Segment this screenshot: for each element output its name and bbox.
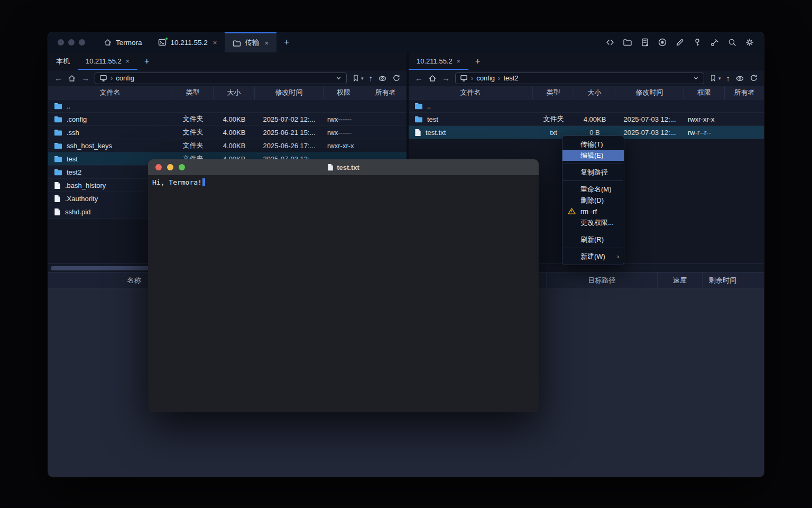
tab-label: Termora xyxy=(116,39,142,47)
left-path-input[interactable]: › config xyxy=(95,72,347,84)
forward-button[interactable]: → xyxy=(81,74,89,82)
table-row[interactable]: .. xyxy=(48,99,407,113)
column-header-perms[interactable]: 权限 xyxy=(324,86,364,99)
code-icon[interactable] xyxy=(605,38,615,47)
column-header-size[interactable]: 大小 xyxy=(574,86,615,99)
menu-separator xyxy=(563,248,623,248)
right-new-tab-button[interactable]: + xyxy=(468,52,487,70)
file-icon xyxy=(54,182,61,189)
key-icon[interactable] xyxy=(693,38,702,47)
left-tab-remote[interactable]: 10.211.55.2 × xyxy=(78,52,137,70)
forward-button[interactable]: → xyxy=(442,74,450,82)
right-tab-remote[interactable]: 10.211.55.2 × xyxy=(409,52,468,70)
window-titlebar[interactable]: Termora 10.211.55.2 × xyxy=(48,32,764,52)
parent-directory-button[interactable]: ↑ xyxy=(726,74,731,82)
table-row[interactable]: .config 文件夹 4.00KB 2025-07-02 12:... rwx… xyxy=(48,113,407,126)
left-table-header: 文件名 类型 大小 修改时间 权限 所有者 xyxy=(48,86,407,99)
tab-transfer[interactable]: 传输 × xyxy=(225,32,276,52)
bookmark-icon xyxy=(352,74,359,82)
back-button[interactable]: ← xyxy=(54,74,62,82)
column-header-owner[interactable]: 所有者 xyxy=(364,86,407,99)
chevron-down-icon[interactable] xyxy=(335,75,342,81)
minimize-window-button[interactable] xyxy=(68,39,75,46)
editor-close-button[interactable] xyxy=(155,164,162,170)
folder-icon xyxy=(54,142,62,149)
tab-label: 10.211.55.2 xyxy=(86,57,122,65)
column-header-filename[interactable]: 文件名 xyxy=(48,86,172,99)
column-header-type[interactable]: 类型 xyxy=(172,86,214,99)
column-header-type[interactable]: 类型 xyxy=(533,86,574,99)
column-header-speed[interactable]: 速度 xyxy=(657,273,702,288)
file-icon xyxy=(54,208,61,216)
left-tab-local[interactable]: 本机 xyxy=(48,52,78,70)
folder-icon xyxy=(414,116,423,123)
close-tab-icon[interactable]: × xyxy=(213,39,217,47)
search-icon[interactable] xyxy=(727,38,737,47)
column-header-remaining-time[interactable]: 剩余时间 xyxy=(702,273,743,288)
record-icon[interactable] xyxy=(658,38,667,47)
column-header-filename[interactable]: 文件名 xyxy=(409,86,533,99)
show-hidden-files-icon[interactable] xyxy=(735,74,744,83)
file-name: .ssh xyxy=(67,129,79,137)
close-tab-icon[interactable]: × xyxy=(457,58,460,65)
keychain-icon[interactable] xyxy=(710,38,719,47)
column-header-mtime[interactable]: 修改时间 xyxy=(615,86,684,99)
menu-item-rename[interactable]: 重命名(M) xyxy=(562,184,624,195)
tab-termora-home[interactable]: Termora xyxy=(96,32,150,52)
settings-icon[interactable] xyxy=(745,38,754,47)
connection-status-dot xyxy=(165,37,168,40)
tab-ssh-session[interactable]: 10.211.55.2 × xyxy=(150,32,225,52)
menu-item-copy-path[interactable]: 复制路径 xyxy=(562,167,624,178)
menu-item-change-permissions[interactable]: 更改权限... xyxy=(562,217,624,228)
editor-zoom-button[interactable] xyxy=(179,164,185,170)
menu-item-rm-rf[interactable]: rm -rf xyxy=(562,206,624,217)
close-tab-icon[interactable]: × xyxy=(264,39,269,47)
back-button[interactable]: ← xyxy=(415,74,423,82)
bookmark-control[interactable]: ▾ xyxy=(709,74,721,82)
breadcrumb-segment[interactable]: config xyxy=(476,74,495,82)
computer-icon xyxy=(460,74,468,82)
left-new-tab-button[interactable]: + xyxy=(137,52,156,70)
breadcrumb-segment[interactable]: test2 xyxy=(503,74,518,82)
menu-item-edit[interactable]: 编辑(E) xyxy=(562,150,624,161)
notes-icon[interactable] xyxy=(640,38,650,47)
zoom-window-button[interactable] xyxy=(79,39,85,46)
editor-text-area[interactable]: Hi, Termora! xyxy=(148,175,539,189)
new-tab-button[interactable]: + xyxy=(276,32,297,52)
home-button[interactable] xyxy=(68,74,76,83)
home-button[interactable] xyxy=(428,74,437,83)
table-row[interactable]: .. xyxy=(409,99,764,113)
tab-label: 传输 xyxy=(245,38,259,48)
bookmark-control[interactable]: ▾ xyxy=(352,74,364,82)
refresh-icon[interactable] xyxy=(750,74,758,82)
right-pathbar: ← → › config › test2 xyxy=(409,70,764,86)
close-window-button[interactable] xyxy=(58,39,64,46)
folder-icon[interactable] xyxy=(623,38,632,47)
menu-item-transfer[interactable]: 传输(T) xyxy=(562,139,624,150)
pencil-icon[interactable] xyxy=(675,38,685,47)
breadcrumb-segment[interactable]: config xyxy=(116,74,134,82)
editor-minimize-button[interactable] xyxy=(167,164,173,170)
table-row[interactable]: test 文件夹 4.00KB 2025-07-03 12:... rwxr-x… xyxy=(409,113,764,126)
refresh-icon[interactable] xyxy=(392,74,400,82)
right-path-input[interactable]: › config › test2 xyxy=(455,72,704,84)
chevron-down-icon[interactable] xyxy=(693,75,699,81)
caret-down-icon: ▾ xyxy=(718,76,721,81)
column-header-target-path[interactable]: 目标路径 xyxy=(546,273,657,288)
editor-titlebar[interactable]: test.txt xyxy=(148,159,539,175)
menu-item-new[interactable]: 新建(W) › xyxy=(562,251,624,262)
table-row[interactable]: ssh_host_keys 文件夹 4.00KB 2025-06-26 17:.… xyxy=(48,139,407,152)
close-tab-icon[interactable]: × xyxy=(126,58,130,65)
column-header-perms[interactable]: 权限 xyxy=(684,86,725,99)
column-header-owner[interactable]: 所有者 xyxy=(725,86,764,99)
menu-item-refresh[interactable]: 刷新(R) xyxy=(562,234,624,245)
table-row[interactable]: .ssh 文件夹 4.00KB 2025-06-21 15:... rwx---… xyxy=(48,126,407,139)
menu-item-delete[interactable]: 删除(D) xyxy=(562,195,624,206)
editor-title: test.txt xyxy=(337,164,359,171)
column-header-mtime[interactable]: 修改时间 xyxy=(255,86,324,99)
computer-icon xyxy=(99,74,107,82)
parent-directory-button[interactable]: ↑ xyxy=(369,74,373,82)
show-hidden-files-icon[interactable] xyxy=(378,74,387,83)
folder-icon xyxy=(54,103,62,110)
column-header-size[interactable]: 大小 xyxy=(214,86,255,99)
